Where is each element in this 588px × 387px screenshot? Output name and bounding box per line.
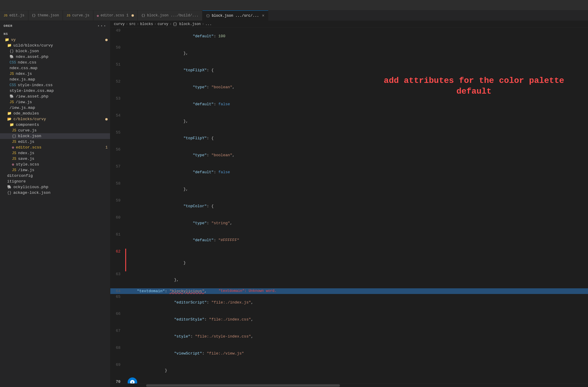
line-content[interactable]: } xyxy=(125,362,588,379)
item-label: ndex.css xyxy=(18,60,36,65)
line-content[interactable]: "default": "#FFFFFF" xyxy=(125,232,588,249)
sidebar-item-block-json-src[interactable]: {} block.json xyxy=(0,133,110,139)
sidebar-item-block-json-build[interactable]: {} block.json xyxy=(0,48,110,54)
sidebar-item-curve-js[interactable]: JS curve.js xyxy=(0,128,110,133)
item-label: save.js xyxy=(18,157,34,161)
sidebar-item-view-js[interactable]: JS /iew.js xyxy=(0,99,110,105)
line-content[interactable]: }, xyxy=(125,113,588,130)
line-content[interactable]: "editorStyle": "file:./index.css", xyxy=(125,311,588,328)
json-icon: {} xyxy=(141,14,145,17)
tab-block-json-src[interactable]: {} block.json .../src/... × xyxy=(202,10,268,21)
line-content[interactable]: "topColor": { xyxy=(125,198,588,215)
item-label: ockylicious.php xyxy=(13,185,48,189)
tab-close-button[interactable]: × xyxy=(262,13,264,18)
sidebar-item-editor-scss[interactable]: ✿ editor.scss 1 xyxy=(0,145,110,150)
line-64: 64 "textdomain": "blockylicious", "textd… xyxy=(110,288,588,294)
sidebar-title: ORER xyxy=(4,24,13,28)
modified-dot xyxy=(105,39,108,41)
json-icon: {} xyxy=(12,134,16,138)
sidebar-item-src-blocks-curvy[interactable]: 📂 c/blocks/curvy xyxy=(0,116,110,122)
line-content[interactable]: "type": "boolean", xyxy=(125,79,588,96)
sidebar-item-style-index-css[interactable]: CSS style-index.css xyxy=(0,82,110,88)
sidebar-item-node-modules[interactable]: 📁 ode_modules xyxy=(0,111,110,116)
item-label: c/blocks/curvy xyxy=(13,117,46,121)
js-icon: JS xyxy=(12,157,16,161)
sidebar-item-view-js-map[interactable]: /iew.js.map xyxy=(0,105,110,111)
folder-icon: 📁 xyxy=(5,38,9,42)
sidebar-item-index-css[interactable]: CSS ndex.css xyxy=(0,60,110,65)
line-content[interactable]: "type": "boolean", xyxy=(125,147,588,164)
folder-icon: 📂 xyxy=(7,117,12,121)
folder-icon: 📁 xyxy=(7,43,12,48)
line-number: 57 xyxy=(110,164,125,181)
line-content[interactable]: "topFlipY": { xyxy=(125,130,588,147)
item-label: curve.js xyxy=(18,128,36,133)
sidebar-item-blockylicious-php[interactable]: 🐘 ockylicious.php xyxy=(0,184,110,190)
line-70: 70 xyxy=(110,379,588,383)
horizontal-scrollbar[interactable] xyxy=(110,383,588,387)
sidebar-item-view-js-src[interactable]: JS /iew.js xyxy=(0,167,110,173)
sidebar-item-index-css-map[interactable]: ndex.css.map xyxy=(0,65,110,71)
sidebar-item-save-js[interactable]: JS save.js xyxy=(0,156,110,162)
sidebar-item-editorconfig[interactable]: ditorconfig xyxy=(0,173,110,179)
line-content[interactable]: "default": 100 xyxy=(125,28,588,45)
tab-editor-scss[interactable]: ✿ editor.scss 1 xyxy=(93,10,138,21)
line-number: 52 xyxy=(110,79,125,96)
modified-dot xyxy=(105,118,108,120)
sidebar-item-style-scss[interactable]: ✿ style.scss xyxy=(0,162,110,167)
tab-bar: JS edit.js {} theme.json JS curve.js ✿ e… xyxy=(0,10,588,21)
line-content[interactable]: "topFlipX": { xyxy=(125,62,588,79)
sidebar-header: ORER ··· xyxy=(0,21,110,31)
sidebar-item-view-asset-php[interactable]: 🐘 /iew.asset.php xyxy=(0,94,110,99)
sidebar-item-index-asset-php[interactable]: 🐘 ndex.asset.php xyxy=(0,54,110,60)
sidebar-item-index-js[interactable]: JS ndex.js xyxy=(0,71,110,77)
tab-theme-json[interactable]: {} theme.json xyxy=(28,10,63,21)
code-container[interactable]: add attributes for the color palette def… xyxy=(110,28,588,383)
php-icon: 🐘 xyxy=(10,55,14,59)
line-content[interactable]: "editorScript": "file:./index.js", xyxy=(125,294,588,311)
line-content[interactable]: }, xyxy=(125,181,588,198)
line-content[interactable]: "type": "string", xyxy=(125,215,588,232)
line-content[interactable] xyxy=(125,379,588,383)
line-content[interactable]: "default": false xyxy=(125,164,588,181)
tab-edit-js[interactable]: JS edit.js xyxy=(0,10,28,21)
line-54: 54 }, xyxy=(110,113,588,130)
line-content[interactable]: "default": false xyxy=(125,96,588,113)
item-label: style-index.css xyxy=(18,83,53,87)
line-content[interactable]: }, xyxy=(125,271,588,288)
line-content[interactable]: }, xyxy=(125,45,588,62)
sidebar-item-curvy-root[interactable]: 📁 vy xyxy=(0,37,110,43)
line-number: 51 xyxy=(110,62,125,79)
copilot-icon xyxy=(130,380,135,383)
sidebar-item-edit-js[interactable]: JS edit.js xyxy=(0,139,110,145)
js-icon: JS xyxy=(10,100,14,104)
sidebar-item-gitignore[interactable]: itignore xyxy=(0,179,110,184)
line-content[interactable]: "style": "file:./style-index.css", xyxy=(125,328,588,345)
line-content[interactable]: "viewScript": "file:./view.js" xyxy=(125,345,588,362)
item-label: uild/blocks/curvy xyxy=(13,43,53,48)
error-message: "textdomain": Unknown word. xyxy=(219,288,276,294)
scss-icon: ✿ xyxy=(12,162,14,167)
sidebar-item-index-js-src[interactable]: JS ndex.js xyxy=(0,150,110,156)
sidebar-item-components[interactable]: 📁 components xyxy=(0,122,110,128)
tab-curve-js[interactable]: JS curve.js xyxy=(63,10,93,21)
sidebar-menu-button[interactable]: ··· xyxy=(97,23,106,29)
tab-block-json-build[interactable]: {} block.json .../build/... xyxy=(138,10,202,21)
sidebar-item-build[interactable]: 📁 uild/blocks/curvy xyxy=(0,43,110,48)
line-number: 61 xyxy=(110,232,125,249)
line-61: 61 "default": "#FFFFFF" xyxy=(110,232,588,249)
item-label: ode_modules xyxy=(13,111,39,116)
sidebar-item-package-lock-json[interactable]: {} ackage-lock.json xyxy=(0,190,110,196)
sidebar-item-index-js-map[interactable]: ndex.js.map xyxy=(0,77,110,82)
line-number: 69 xyxy=(110,362,125,379)
top-bar xyxy=(0,0,588,10)
line-number: 65 xyxy=(110,294,125,311)
sidebar-item-style-index-css-map[interactable]: style-index.css.map xyxy=(0,88,110,94)
line-52: 52 "type": "boolean", xyxy=(110,79,588,96)
scrollbar-thumb[interactable] xyxy=(146,384,340,387)
js-icon: JS xyxy=(10,72,14,76)
line-content[interactable]: } xyxy=(125,249,588,271)
line-58: 58 }, xyxy=(110,181,588,198)
line-content[interactable]: "textdomain": "blockylicious", "textdoma… xyxy=(125,288,588,294)
line-number: 62 xyxy=(110,249,125,271)
